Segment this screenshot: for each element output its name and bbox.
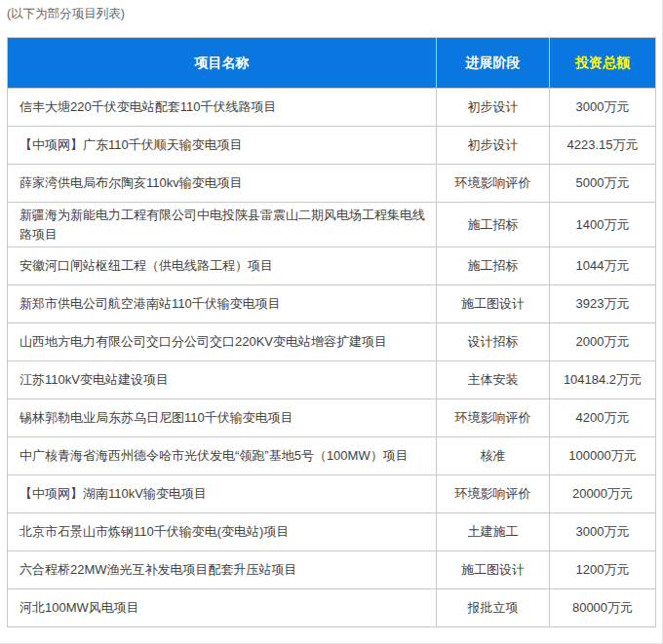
cell-stage: 施工招标 [437, 203, 550, 247]
cell-stage: 报批立项 [437, 589, 550, 627]
cell-project-name: 北京市石景山市炼钢110千伏输变电(变电站)项目 [8, 513, 437, 551]
cell-amount: 1200万元 [550, 551, 656, 589]
table-row: 中广核青海省海西州德令哈市光伏发电“领跑”基地5号（100MW）项目 核准 10… [8, 437, 656, 475]
cell-stage: 施工图设计 [437, 285, 550, 323]
cell-project-name: 河北100MW风电项目 [8, 589, 437, 627]
table-row: 河北100MW风电项目 报批立项 80000万元 [8, 589, 656, 627]
cell-amount: 1044万元 [550, 247, 656, 285]
table-row: 六合程桥22MW渔光互补发电项目配套升压站项目 施工图设计 1200万元 [8, 551, 656, 589]
cell-project-name: 新郑市供电公司航空港南站110千伏输变电项目 [8, 285, 437, 323]
cell-project-name: 锡林郭勒电业局东苏乌日尼图110千伏输变电项目 [8, 399, 437, 437]
cell-project-name: 【中项网】湖南110kV输变电项目 [8, 475, 437, 513]
cell-amount: 4223.15万元 [550, 127, 656, 165]
table-row: 山西地方电力有限公司交口分公司交口220KV变电站增容扩建项目 设计招标 200… [8, 323, 656, 361]
table-body: 信丰大塘220千伏变电站配套110千伏线路项目 初步设计 3000万元 【中项网… [8, 89, 656, 627]
table-row: 安徽河口闸站枢纽工程（供电线路工程）项目 施工招标 1044万元 [8, 247, 656, 285]
cell-project-name: 山西地方电力有限公司交口分公司交口220KV变电站增容扩建项目 [8, 323, 437, 361]
cell-stage: 主体安装 [437, 361, 550, 399]
cell-project-name: 中广核青海省海西州德令哈市光伏发电“领跑”基地5号（100MW）项目 [8, 437, 437, 475]
cell-amount: 4200万元 [550, 399, 656, 437]
table-row: 信丰大塘220千伏变电站配套110千伏线路项目 初步设计 3000万元 [8, 89, 656, 127]
cell-amount: 1400万元 [550, 203, 656, 247]
cell-amount: 20000万元 [550, 475, 656, 513]
cell-project-name: 薛家湾供电局布尔陶亥110kv输变电项目 [8, 165, 437, 203]
cell-amount: 3000万元 [550, 513, 656, 551]
cell-amount: 5000万元 [550, 165, 656, 203]
header-row: 项目名称 进展阶段 投资总额 [8, 38, 656, 89]
cell-stage: 环境影响评价 [437, 165, 550, 203]
cell-project-name: 【中项网】广东110千伏顺天输变电项目 [8, 127, 437, 165]
cell-stage: 初步设计 [437, 89, 550, 127]
column-header-investment: 投资总额 [550, 38, 656, 89]
table-header: 项目名称 进展阶段 投资总额 [8, 38, 656, 89]
cell-project-name: 新疆海为新能电力工程有限公司中电投陕县雷震山二期风电场工程集电线路项目 [8, 203, 437, 247]
project-table: 项目名称 进展阶段 投资总额 信丰大塘220千伏变电站配套110千伏线路项目 初… [7, 37, 656, 627]
cell-stage: 核准 [437, 437, 550, 475]
cell-stage: 环境影响评价 [437, 399, 550, 437]
cell-amount: 3923万元 [550, 285, 656, 323]
table-row: 北京市石景山市炼钢110千伏输变电(变电站)项目 土建施工 3000万元 [8, 513, 656, 551]
table-row: 薛家湾供电局布尔陶亥110kv输变电项目 环境影响评价 5000万元 [8, 165, 656, 203]
cell-amount: 100000万元 [550, 437, 656, 475]
table-row: 锡林郭勒电业局东苏乌日尼图110千伏输变电项目 环境影响评价 4200万元 [8, 399, 656, 437]
cell-stage: 施工招标 [437, 247, 550, 285]
cell-stage: 土建施工 [437, 513, 550, 551]
cell-stage: 施工图设计 [437, 551, 550, 589]
column-header-project-name: 项目名称 [8, 38, 437, 89]
cell-amount: 104184.2万元 [550, 361, 656, 399]
table-row: 【中项网】湖南110kV输变电项目 环境影响评价 20000万元 [8, 475, 656, 513]
column-header-stage: 进展阶段 [437, 38, 550, 89]
table-row: 新郑市供电公司航空港南站110千伏输变电项目 施工图设计 3923万元 [8, 285, 656, 323]
table-row: 新疆海为新能电力工程有限公司中电投陕县雷震山二期风电场工程集电线路项目 施工招标… [8, 203, 656, 247]
cell-project-name: 信丰大塘220千伏变电站配套110千伏线路项目 [8, 89, 437, 127]
cell-amount: 2000万元 [550, 323, 656, 361]
table-row: 【中项网】广东110千伏顺天输变电项目 初步设计 4223.15万元 [8, 127, 656, 165]
cell-stage: 环境影响评价 [437, 475, 550, 513]
cell-project-name: 六合程桥22MW渔光互补发电项目配套升压站项目 [8, 551, 437, 589]
table-caption: (以下为部分项目列表) [7, 4, 125, 23]
page: (以下为部分项目列表) 项目名称 进展阶段 投资总额 信丰大塘220千伏变电站配… [0, 0, 663, 644]
cell-project-name: 安徽河口闸站枢纽工程（供电线路工程）项目 [8, 247, 437, 285]
cell-amount: 80000万元 [550, 589, 656, 627]
cell-stage: 设计招标 [437, 323, 550, 361]
cell-project-name: 江苏110kV变电站建设项目 [8, 361, 437, 399]
cell-stage: 初步设计 [437, 127, 550, 165]
table-row: 江苏110kV变电站建设项目 主体安装 104184.2万元 [8, 361, 656, 399]
cell-amount: 3000万元 [550, 89, 656, 127]
